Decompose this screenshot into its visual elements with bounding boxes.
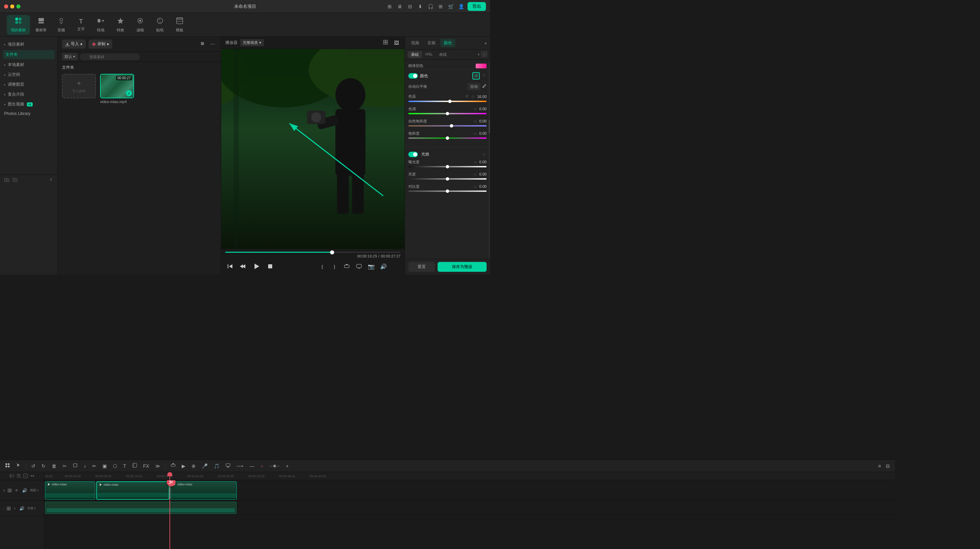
vibrance-keyframe-button[interactable]: ◇ <box>473 118 478 124</box>
export-button[interactable]: 导出 <box>468 2 486 11</box>
media-item-video[interactable]: 00:00:27 ✓ video-miao.mp4 <box>100 74 134 104</box>
vibrance-slider[interactable] <box>408 125 487 127</box>
expand-subtab-button[interactable]: ▾ <box>478 51 480 58</box>
subtab-basic[interactable]: 基础 <box>408 51 422 58</box>
toolbar-item-my-assets[interactable]: 我的素材 <box>7 15 30 35</box>
toolbar-item-effect[interactable]: 特效 <box>111 15 130 35</box>
grid-icon[interactable]: ⊟ <box>406 3 414 10</box>
left-panel-cloud[interactable]: ▸ 云空间 <box>0 70 57 79</box>
camera-button[interactable]: 📷 <box>366 262 376 271</box>
exposure-thumb[interactable] <box>446 165 449 168</box>
left-panel-folder[interactable]: 文件夹 <box>3 50 55 59</box>
quality-select[interactable]: 完整画质 ▾ <box>240 39 264 46</box>
lux-toggle[interactable] <box>408 152 418 157</box>
traffic-light-minimize[interactable] <box>10 5 14 8</box>
hue-slider[interactable] <box>408 113 487 114</box>
temperature-slider[interactable] <box>408 101 487 102</box>
lux-keyframe-button[interactable]: ◇ <box>481 152 487 157</box>
expand-panel-button[interactable]: ▸ <box>485 40 487 46</box>
progress-thumb[interactable] <box>330 250 334 254</box>
collapse-panel-button[interactable] <box>48 176 54 184</box>
left-panel-adjustment[interactable]: ▸ 调整图层 <box>0 79 57 89</box>
progress-container[interactable] <box>225 252 401 253</box>
cart-icon[interactable]: 🛒 <box>447 3 455 10</box>
headphone-icon[interactable]: 🎧 <box>427 3 434 10</box>
scrollbar-thumb[interactable] <box>488 120 490 133</box>
brightness-slider[interactable] <box>408 178 487 179</box>
screenmode-icon[interactable]: ⊞ <box>386 3 393 10</box>
monitor-icon[interactable]: 🖥 <box>396 3 404 10</box>
contrast-slider[interactable] <box>408 190 487 192</box>
filter-settings-button[interactable] <box>198 40 207 48</box>
step-back-button[interactable] <box>225 262 235 271</box>
volume-button[interactable]: 🔊 <box>379 262 388 271</box>
more-preview-button[interactable] <box>391 262 401 271</box>
sat-keyframe-button[interactable]: ◇ <box>473 131 478 136</box>
color-swatch[interactable] <box>476 63 487 68</box>
grid-view-button[interactable] <box>382 39 390 47</box>
right-panel-scrollbar[interactable] <box>488 60 490 259</box>
left-panel-local-assets[interactable]: ▸ 本地素材 <box>0 60 57 70</box>
progress-bar[interactable] <box>225 252 401 253</box>
temperature-thumb[interactable] <box>448 100 452 103</box>
hue-keyframe-button[interactable]: ◇ <box>473 106 478 111</box>
color-keyframe-button[interactable]: ◇ <box>481 72 487 78</box>
saturation-slider[interactable] <box>408 137 487 139</box>
mark-out-button[interactable]: } <box>330 262 339 271</box>
reset-button[interactable]: 重置 <box>408 262 435 272</box>
hue-thumb[interactable] <box>446 112 449 115</box>
compare-button[interactable]: ◫ <box>481 51 487 57</box>
traffic-light-close[interactable] <box>4 5 8 8</box>
left-panel-photos-library[interactable]: Photos Library <box>0 109 57 118</box>
tab-video[interactable]: 视频 <box>408 39 423 47</box>
record-button[interactable]: 录制 ▾ <box>89 40 112 49</box>
auto-button[interactable]: 自动 <box>468 83 480 90</box>
export-folder-button[interactable] <box>11 176 18 184</box>
play-button[interactable] <box>251 261 262 272</box>
screen-toggle-button[interactable] <box>354 262 364 271</box>
color-toggle[interactable] <box>408 73 418 79</box>
left-panel-compound[interactable]: ▸ 复合片段 <box>0 89 57 99</box>
user-icon[interactable]: 👤 <box>457 3 465 10</box>
traffic-light-fullscreen[interactable] <box>16 5 21 8</box>
toolbar-item-template[interactable]: 模板 <box>170 15 189 35</box>
stop-button[interactable] <box>266 262 275 271</box>
toolbar-item-audio[interactable]: 音频 <box>52 15 70 35</box>
image-view-button[interactable]: 🖼 <box>392 39 401 47</box>
add-folder-button[interactable] <box>3 176 10 184</box>
mark-in-button[interactable]: { <box>318 262 327 271</box>
exposure-slider[interactable] <box>408 166 487 167</box>
subtab-curve[interactable]: 曲线 <box>436 51 450 58</box>
subtab-hsl[interactable]: HSL <box>422 51 436 58</box>
tab-audio[interactable]: 音频 <box>424 39 439 47</box>
search-input[interactable] <box>80 53 140 60</box>
reverse-play-button[interactable] <box>238 262 248 271</box>
contrast-keyframe-button[interactable]: ◇ <box>473 184 478 189</box>
color-reset-button[interactable]: ↺ <box>472 72 480 79</box>
sat-thumb[interactable] <box>446 136 449 140</box>
sort-button[interactable]: 默认 ▾ <box>62 53 78 60</box>
vibrance-thumb[interactable] <box>450 124 453 128</box>
left-panel-ai-video[interactable]: ▸ 图生视频 AI <box>0 99 57 109</box>
exposure-keyframe-button[interactable]: ◇ <box>473 159 478 165</box>
toolbar-item-library[interactable]: 素材库 <box>31 15 51 35</box>
left-panel-project-assets[interactable]: ▸ 项目素材 <box>0 40 57 49</box>
layout-icon[interactable]: ⊞ <box>437 3 444 10</box>
toolbar-item-filter[interactable]: 滤镜 <box>131 15 150 35</box>
temp-keyframe-button[interactable]: ◇ <box>470 94 476 99</box>
tab-color[interactable]: 颜色 <box>440 39 455 47</box>
brightness-thumb[interactable] <box>446 177 449 181</box>
toolbar-item-transition[interactable]: 转场 <box>92 15 110 35</box>
contrast-thumb[interactable] <box>446 189 449 193</box>
add-media-button[interactable]: + 导入媒体 <box>62 74 96 98</box>
insert-button[interactable] <box>342 262 352 271</box>
more-options-button[interactable]: ⋯ <box>208 40 217 48</box>
toolbar-item-text[interactable]: T 文字 <box>72 16 90 34</box>
temp-reset-button[interactable]: ↺ <box>465 94 469 99</box>
download-icon[interactable]: ⬇ <box>417 3 424 10</box>
eyedropper-button[interactable] <box>482 84 487 89</box>
import-button[interactable]: 导入 ▾ <box>62 40 86 49</box>
brightness-keyframe-button[interactable]: ◇ <box>473 171 478 177</box>
save-preset-button[interactable]: 保存为预设 <box>438 262 487 272</box>
toolbar-item-sticker[interactable]: 贴纸 <box>151 15 169 35</box>
